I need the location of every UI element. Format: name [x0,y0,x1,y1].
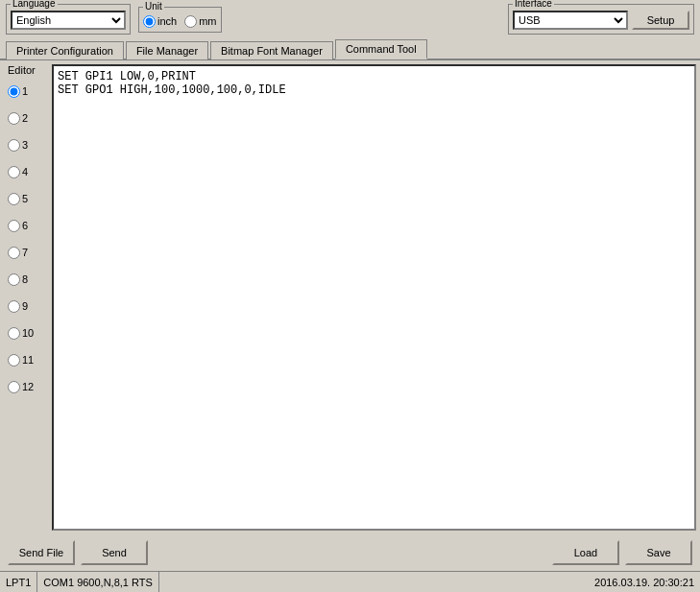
editor-radio-num-3: 3 [22,139,28,151]
editor-radio-label-10[interactable]: 10 [8,327,34,340]
editor-radio-row-4: 4 [4,158,52,185]
unit-label: Unit [143,1,164,12]
status-datetime-text: 2016.03.19. 20:30:21 [594,577,694,588]
unit-mm-label[interactable]: mm [184,15,216,28]
top-bar: Language English Unit inch mm Interface [0,0,700,38]
editor-radio-8[interactable] [8,273,20,286]
editor-label: Editor [4,64,52,76]
editor-radio-label-7[interactable]: 7 [8,247,28,259]
editor-radio-row-2: 2 [4,105,52,131]
editor-radio-num-11: 11 [22,354,34,366]
editor-radio-label-4[interactable]: 4 [8,166,28,178]
unit-inch-label[interactable]: inch [143,15,177,28]
editor-radio-4[interactable] [8,166,20,178]
editor-radio-3[interactable] [8,139,20,152]
editor-radio-label-6[interactable]: 6 [8,220,28,232]
save-button[interactable]: Save [625,540,692,565]
editor-radio-row-3: 3 [4,131,52,158]
interface-group: Interface USBLPTCOM Setup [508,4,694,35]
editor-textarea[interactable] [54,66,694,529]
unit-inch-radio[interactable] [143,15,156,28]
editor-radio-num-4: 4 [22,166,28,178]
editor-radio-row-10: 10 [4,320,52,346]
editor-radio-label-1[interactable]: 1 [8,85,28,98]
unit-inch-text: inch [157,15,177,27]
editor-radio-row-6: 6 [4,212,52,239]
editor-radio-11[interactable] [8,354,20,367]
language-select[interactable]: English [11,11,126,30]
status-lpt: LPT1 [0,572,37,592]
unit-mm-text: mm [199,15,216,27]
editor-radio-row-12: 12 [4,373,52,400]
editor-radio-row-9: 9 [4,293,52,320]
editor-radio-num-10: 10 [22,327,34,339]
tabs-row: Printer Configuration File Manager Bitma… [0,38,700,60]
status-datetime: 2016.03.19. 20:30:21 [589,572,700,592]
main-area: Editor 1 2 3 [0,60,700,534]
editor-radio-label-5[interactable]: 5 [8,193,28,205]
status-com-text: COM1 9600,N,8,1 RTS [43,577,153,588]
main-window: Language English Unit inch mm Interface [0,0,700,592]
status-com: COM1 9600,N,8,1 RTS [37,572,159,592]
editor-radio-num-9: 9 [22,300,28,312]
load-button[interactable]: Load [552,540,619,565]
send-button[interactable]: Send [81,540,148,565]
editor-radio-row-8: 8 [4,266,52,293]
editor-radio-5[interactable] [8,193,20,205]
unit-group: Unit inch mm [138,7,222,33]
editor-radio-label-2[interactable]: 2 [8,112,28,125]
editor-textarea-container [52,64,696,531]
editor-radio-6[interactable] [8,220,20,232]
editor-radio-label-11[interactable]: 11 [8,354,34,367]
interface-select[interactable]: USBLPTCOM [513,11,628,30]
unit-radio-group: inch mm [143,15,217,28]
editor-sidebar: Editor 1 2 3 [4,64,52,531]
tab-printer-configuration[interactable]: Printer Configuration [6,41,124,59]
editor-radio-label-3[interactable]: 3 [8,139,28,152]
editor-radio-num-6: 6 [22,220,28,231]
status-bar: LPT1 COM1 9600,N,8,1 RTS 2016.03.19. 20:… [0,571,700,592]
tab-command-tool[interactable]: Command Tool [335,39,427,59]
unit-mm-radio[interactable] [184,15,197,28]
editor-radio-row-5: 5 [4,185,52,212]
interface-row: USBLPTCOM Setup [513,7,689,30]
tab-file-manager[interactable]: File Manager [126,41,208,59]
editor-radio-num-7: 7 [22,247,28,258]
editor-radio-num-1: 1 [22,85,28,97]
setup-button[interactable]: Setup [632,11,689,30]
editor-radio-7[interactable] [8,247,20,259]
editor-radio-rows: 1 2 3 [4,78,52,400]
editor-radio-10[interactable] [8,327,20,340]
editor-radio-1[interactable] [8,85,20,98]
tab-bitmap-font-manager[interactable]: Bitmap Font Manager [210,41,333,59]
editor-radio-2[interactable] [8,112,20,125]
editor-radio-row-7: 7 [4,239,52,266]
editor-radio-num-2: 2 [22,112,28,124]
interface-label: Interface [513,0,554,9]
editor-radio-12[interactable] [8,381,20,393]
editor-radio-row-11: 11 [4,346,52,373]
status-lpt-text: LPT1 [6,577,31,588]
editor-radio-label-9[interactable]: 9 [8,300,28,313]
editor-radio-label-8[interactable]: 8 [8,273,28,286]
editor-radio-label-12[interactable]: 12 [8,381,34,393]
editor-radio-num-5: 5 [22,193,28,204]
editor-radio-row-1: 1 [4,78,52,105]
send-file-button[interactable]: Send File [8,540,75,565]
editor-radio-num-8: 8 [22,273,28,285]
bottom-buttons: Send File Send Load Save [0,534,700,571]
language-group: Language English [6,4,131,35]
editor-radio-num-12: 12 [22,381,34,392]
editor-radio-9[interactable] [8,300,20,313]
language-label: Language [11,0,58,9]
